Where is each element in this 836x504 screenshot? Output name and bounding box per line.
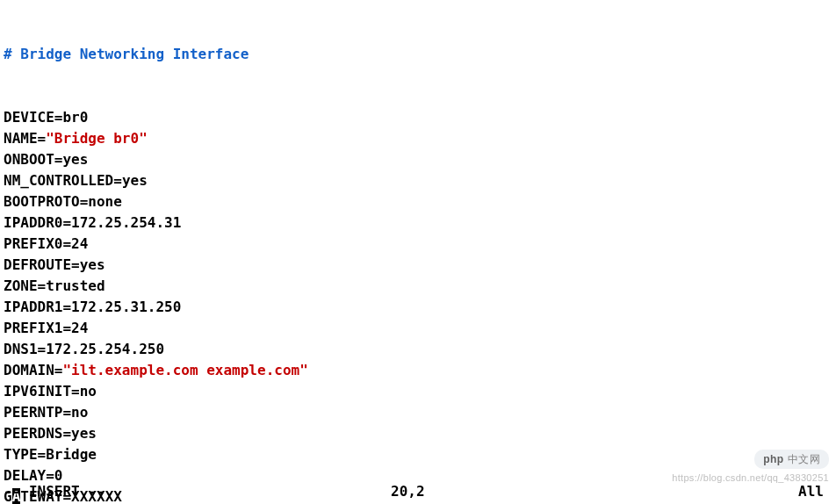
vim-status-bar: -- INSERT -- 20,2 All [4, 481, 832, 502]
config-line: DNS1=172.25.254.250 [4, 339, 832, 360]
config-lines: DEVICE=br0NAME="Bridge br0"ONBOOT=yesNM_… [4, 107, 832, 504]
config-line: DOMAIN="ilt.example.com example.com" [4, 360, 832, 381]
vim-editor[interactable]: # Bridge Networking Interface DEVICE=br0… [0, 0, 836, 504]
config-line: ZONE=trusted [4, 276, 832, 297]
config-line: PEERDNS=yes [4, 423, 832, 444]
config-line: DEVICE=br0 [4, 107, 832, 128]
config-line: PEERNTP=no [4, 402, 832, 423]
comment-line: # Bridge Networking Interface [4, 44, 832, 65]
config-line: DEFROUTE=yes [4, 255, 832, 276]
config-line: PREFIX1=24 [4, 318, 832, 339]
config-line: NM_CONTROLLED=yes [4, 170, 832, 191]
config-line: IPV6INIT=no [4, 381, 832, 402]
vim-mode: -- INSERT -- [4, 481, 105, 502]
config-line: PREFIX0=24 [4, 234, 832, 255]
config-line: ONBOOT=yes [4, 149, 832, 170]
config-line: BOOTPROTO=none [4, 191, 832, 212]
config-line: NAME="Bridge br0" [4, 128, 832, 149]
config-line: IPADDR1=172.25.31.250 [4, 297, 832, 318]
config-line: TYPE=Bridge [4, 444, 832, 465]
vim-cursor-position: 20,2 [391, 481, 425, 502]
config-line: IPADDR0=172.25.254.31 [4, 212, 832, 234]
vim-scroll-indicator: All [798, 481, 824, 502]
